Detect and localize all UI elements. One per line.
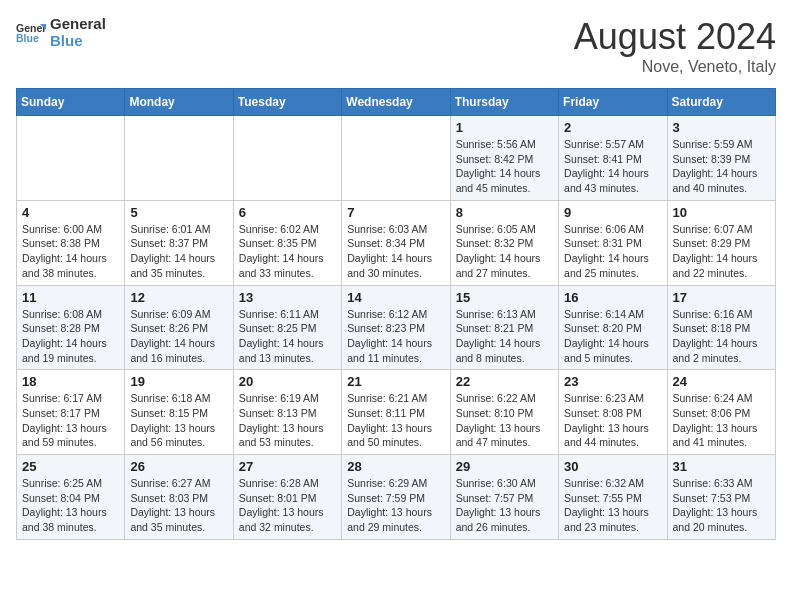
day-number: 27 <box>239 459 336 474</box>
day-info: Sunrise: 6:29 AM Sunset: 7:59 PM Dayligh… <box>347 476 444 535</box>
day-info: Sunrise: 6:01 AM Sunset: 8:37 PM Dayligh… <box>130 222 227 281</box>
day-cell: 21Sunrise: 6:21 AM Sunset: 8:11 PM Dayli… <box>342 370 450 455</box>
day-info: Sunrise: 6:16 AM Sunset: 8:18 PM Dayligh… <box>673 307 770 366</box>
day-cell: 8Sunrise: 6:05 AM Sunset: 8:32 PM Daylig… <box>450 200 558 285</box>
week-row-1: 4Sunrise: 6:00 AM Sunset: 8:38 PM Daylig… <box>17 200 776 285</box>
day-cell <box>125 116 233 201</box>
day-cell: 31Sunrise: 6:33 AM Sunset: 7:53 PM Dayli… <box>667 455 775 540</box>
day-cell: 22Sunrise: 6:22 AM Sunset: 8:10 PM Dayli… <box>450 370 558 455</box>
day-number: 18 <box>22 374 119 389</box>
day-cell: 14Sunrise: 6:12 AM Sunset: 8:23 PM Dayli… <box>342 285 450 370</box>
day-info: Sunrise: 6:32 AM Sunset: 7:55 PM Dayligh… <box>564 476 661 535</box>
day-cell: 17Sunrise: 6:16 AM Sunset: 8:18 PM Dayli… <box>667 285 775 370</box>
day-cell: 10Sunrise: 6:07 AM Sunset: 8:29 PM Dayli… <box>667 200 775 285</box>
day-number: 3 <box>673 120 770 135</box>
day-number: 6 <box>239 205 336 220</box>
day-info: Sunrise: 5:57 AM Sunset: 8:41 PM Dayligh… <box>564 137 661 196</box>
day-cell: 4Sunrise: 6:00 AM Sunset: 8:38 PM Daylig… <box>17 200 125 285</box>
header-row: SundayMondayTuesdayWednesdayThursdayFrid… <box>17 89 776 116</box>
day-cell: 24Sunrise: 6:24 AM Sunset: 8:06 PM Dayli… <box>667 370 775 455</box>
day-number: 26 <box>130 459 227 474</box>
day-cell: 7Sunrise: 6:03 AM Sunset: 8:34 PM Daylig… <box>342 200 450 285</box>
header-cell-thursday: Thursday <box>450 89 558 116</box>
day-cell: 23Sunrise: 6:23 AM Sunset: 8:08 PM Dayli… <box>559 370 667 455</box>
day-number: 28 <box>347 459 444 474</box>
day-number: 2 <box>564 120 661 135</box>
day-cell: 6Sunrise: 6:02 AM Sunset: 8:35 PM Daylig… <box>233 200 341 285</box>
day-number: 14 <box>347 290 444 305</box>
calendar-body: 1Sunrise: 5:56 AM Sunset: 8:42 PM Daylig… <box>17 116 776 540</box>
day-cell: 27Sunrise: 6:28 AM Sunset: 8:01 PM Dayli… <box>233 455 341 540</box>
header-cell-tuesday: Tuesday <box>233 89 341 116</box>
day-info: Sunrise: 6:30 AM Sunset: 7:57 PM Dayligh… <box>456 476 553 535</box>
day-info: Sunrise: 6:13 AM Sunset: 8:21 PM Dayligh… <box>456 307 553 366</box>
day-number: 7 <box>347 205 444 220</box>
day-cell: 11Sunrise: 6:08 AM Sunset: 8:28 PM Dayli… <box>17 285 125 370</box>
day-number: 20 <box>239 374 336 389</box>
day-cell: 25Sunrise: 6:25 AM Sunset: 8:04 PM Dayli… <box>17 455 125 540</box>
day-cell: 2Sunrise: 5:57 AM Sunset: 8:41 PM Daylig… <box>559 116 667 201</box>
day-cell: 20Sunrise: 6:19 AM Sunset: 8:13 PM Dayli… <box>233 370 341 455</box>
day-number: 13 <box>239 290 336 305</box>
day-info: Sunrise: 6:23 AM Sunset: 8:08 PM Dayligh… <box>564 391 661 450</box>
day-number: 17 <box>673 290 770 305</box>
day-number: 29 <box>456 459 553 474</box>
day-info: Sunrise: 6:07 AM Sunset: 8:29 PM Dayligh… <box>673 222 770 281</box>
day-info: Sunrise: 6:28 AM Sunset: 8:01 PM Dayligh… <box>239 476 336 535</box>
day-number: 23 <box>564 374 661 389</box>
header-cell-saturday: Saturday <box>667 89 775 116</box>
logo-icon: General Blue <box>16 18 46 48</box>
day-info: Sunrise: 6:19 AM Sunset: 8:13 PM Dayligh… <box>239 391 336 450</box>
day-number: 16 <box>564 290 661 305</box>
day-number: 8 <box>456 205 553 220</box>
day-info: Sunrise: 6:14 AM Sunset: 8:20 PM Dayligh… <box>564 307 661 366</box>
day-cell: 12Sunrise: 6:09 AM Sunset: 8:26 PM Dayli… <box>125 285 233 370</box>
day-number: 9 <box>564 205 661 220</box>
day-info: Sunrise: 6:12 AM Sunset: 8:23 PM Dayligh… <box>347 307 444 366</box>
day-cell: 19Sunrise: 6:18 AM Sunset: 8:15 PM Dayli… <box>125 370 233 455</box>
day-number: 4 <box>22 205 119 220</box>
day-number: 31 <box>673 459 770 474</box>
day-number: 1 <box>456 120 553 135</box>
day-cell: 5Sunrise: 6:01 AM Sunset: 8:37 PM Daylig… <box>125 200 233 285</box>
day-number: 22 <box>456 374 553 389</box>
day-info: Sunrise: 6:18 AM Sunset: 8:15 PM Dayligh… <box>130 391 227 450</box>
day-info: Sunrise: 6:27 AM Sunset: 8:03 PM Dayligh… <box>130 476 227 535</box>
day-info: Sunrise: 6:33 AM Sunset: 7:53 PM Dayligh… <box>673 476 770 535</box>
day-cell: 28Sunrise: 6:29 AM Sunset: 7:59 PM Dayli… <box>342 455 450 540</box>
day-cell: 29Sunrise: 6:30 AM Sunset: 7:57 PM Dayli… <box>450 455 558 540</box>
day-info: Sunrise: 6:06 AM Sunset: 8:31 PM Dayligh… <box>564 222 661 281</box>
page-header: General Blue General Blue August 2024 No… <box>16 16 776 76</box>
day-number: 30 <box>564 459 661 474</box>
logo: General Blue General Blue <box>16 16 106 49</box>
calendar-table: SundayMondayTuesdayWednesdayThursdayFrid… <box>16 88 776 540</box>
day-number: 10 <box>673 205 770 220</box>
day-number: 15 <box>456 290 553 305</box>
day-info: Sunrise: 6:25 AM Sunset: 8:04 PM Dayligh… <box>22 476 119 535</box>
day-info: Sunrise: 6:09 AM Sunset: 8:26 PM Dayligh… <box>130 307 227 366</box>
day-cell: 15Sunrise: 6:13 AM Sunset: 8:21 PM Dayli… <box>450 285 558 370</box>
day-cell: 16Sunrise: 6:14 AM Sunset: 8:20 PM Dayli… <box>559 285 667 370</box>
header-cell-sunday: Sunday <box>17 89 125 116</box>
day-info: Sunrise: 6:00 AM Sunset: 8:38 PM Dayligh… <box>22 222 119 281</box>
header-cell-wednesday: Wednesday <box>342 89 450 116</box>
svg-text:Blue: Blue <box>16 32 39 44</box>
day-info: Sunrise: 5:56 AM Sunset: 8:42 PM Dayligh… <box>456 137 553 196</box>
day-cell: 9Sunrise: 6:06 AM Sunset: 8:31 PM Daylig… <box>559 200 667 285</box>
day-cell <box>17 116 125 201</box>
day-cell <box>342 116 450 201</box>
week-row-2: 11Sunrise: 6:08 AM Sunset: 8:28 PM Dayli… <box>17 285 776 370</box>
day-number: 24 <box>673 374 770 389</box>
day-info: Sunrise: 6:22 AM Sunset: 8:10 PM Dayligh… <box>456 391 553 450</box>
header-cell-friday: Friday <box>559 89 667 116</box>
day-info: Sunrise: 6:05 AM Sunset: 8:32 PM Dayligh… <box>456 222 553 281</box>
title-block: August 2024 Nove, Veneto, Italy <box>574 16 776 76</box>
day-info: Sunrise: 5:59 AM Sunset: 8:39 PM Dayligh… <box>673 137 770 196</box>
week-row-0: 1Sunrise: 5:56 AM Sunset: 8:42 PM Daylig… <box>17 116 776 201</box>
day-info: Sunrise: 6:11 AM Sunset: 8:25 PM Dayligh… <box>239 307 336 366</box>
week-row-3: 18Sunrise: 6:17 AM Sunset: 8:17 PM Dayli… <box>17 370 776 455</box>
calendar-header: SundayMondayTuesdayWednesdayThursdayFrid… <box>17 89 776 116</box>
day-cell: 13Sunrise: 6:11 AM Sunset: 8:25 PM Dayli… <box>233 285 341 370</box>
day-cell <box>233 116 341 201</box>
day-info: Sunrise: 6:02 AM Sunset: 8:35 PM Dayligh… <box>239 222 336 281</box>
